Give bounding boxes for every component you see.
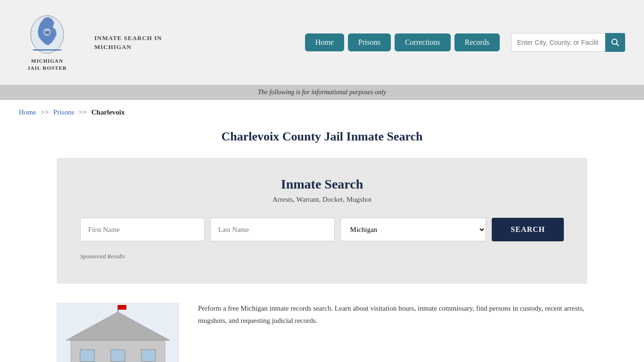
- first-name-input[interactable]: [80, 218, 205, 241]
- main-nav: Home Prisons Corrections Records: [305, 33, 625, 52]
- search-card: Inmate Search Arrests, Warrant, Docket, …: [57, 158, 587, 284]
- site-header: MI MICHIGAN JAIL ROSTER INMATE SEARCH IN…: [0, 0, 644, 85]
- search-submit-button[interactable]: SEARCH: [492, 218, 564, 241]
- state-select[interactable]: Michigan: [340, 218, 487, 241]
- breadcrumb-sep2: >>: [79, 108, 87, 116]
- site-title: INMATE SEARCH IN MICHIGAN: [94, 33, 162, 52]
- nav-corrections-button[interactable]: Corrections: [395, 33, 451, 51]
- last-name-input[interactable]: [210, 218, 335, 241]
- header-search-input[interactable]: [511, 33, 605, 52]
- breadcrumb-prisons-link[interactable]: Prisons: [53, 108, 74, 116]
- breadcrumb-current: Charlevoix: [91, 108, 125, 116]
- svg-text:MI: MI: [45, 31, 50, 35]
- info-bar: The following is for informational purpo…: [0, 85, 644, 100]
- search-icon: [611, 38, 619, 47]
- bottom-description: Perform a free Michigan inmate records s…: [198, 303, 587, 327]
- svg-line-5: [617, 44, 619, 46]
- logo-icon: MI: [28, 13, 66, 56]
- nav-prisons-button[interactable]: Prisons: [348, 33, 391, 51]
- sponsored-results-label: Sponsored Results: [80, 253, 564, 260]
- logo-area: MI MICHIGAN JAIL ROSTER: [19, 13, 75, 72]
- svg-rect-16: [118, 305, 126, 310]
- header-search: [511, 33, 625, 52]
- svg-rect-11: [111, 350, 125, 362]
- search-card-subtitle: Arrests, Warrant, Docket, Mugshot: [80, 196, 564, 204]
- breadcrumb: Home >> Prisons >> Charlevoix: [0, 100, 644, 125]
- logo-text: MICHIGAN JAIL ROSTER: [27, 58, 66, 72]
- svg-rect-12: [141, 350, 156, 362]
- nav-home-button[interactable]: Home: [305, 33, 344, 51]
- nav-records-button[interactable]: Records: [454, 33, 500, 51]
- building-illustration: [57, 303, 179, 362]
- search-form: Michigan SEARCH: [80, 218, 564, 241]
- svg-rect-10: [80, 350, 94, 362]
- search-card-title: Inmate Search: [80, 177, 564, 192]
- breadcrumb-home-link[interactable]: Home: [19, 108, 36, 116]
- page-title: Charlevoix County Jail Inmate Search: [0, 130, 644, 144]
- breadcrumb-sep1: >>: [41, 108, 49, 116]
- header-search-button[interactable]: [605, 33, 625, 52]
- bottom-section: Perform a free Michigan inmate records s…: [0, 284, 644, 362]
